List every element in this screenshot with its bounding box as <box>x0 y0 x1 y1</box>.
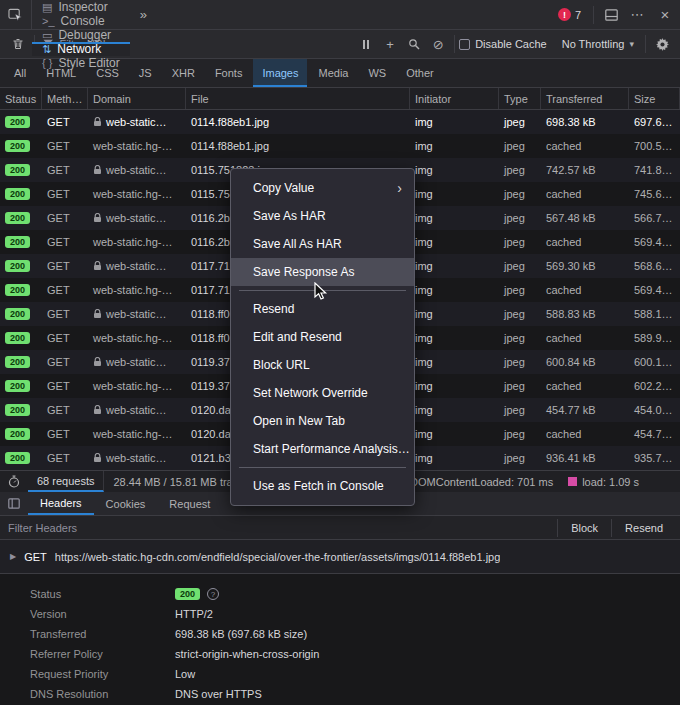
request-url-row[interactable]: ▶ GET https://web-static.hg-cdn.com/endf… <box>0 540 680 574</box>
request-filter-tab[interactable]: WS <box>359 59 395 87</box>
menu-item[interactable]: Set Network Override › <box>231 379 414 407</box>
split-panel-icon <box>605 9 618 21</box>
column-header-label: Status <box>5 93 36 105</box>
header-field-label: Request Priority <box>30 668 175 680</box>
request-filter-tab[interactable]: CSS <box>87 59 128 87</box>
column-header[interactable]: Initiator <box>410 88 499 109</box>
request-filter-tab[interactable]: Media <box>309 59 357 87</box>
domain-cell: web-static.hg-… <box>88 182 186 206</box>
request-filter-tab[interactable]: Fonts <box>206 59 252 87</box>
detail-tab[interactable]: Headers <box>28 492 94 515</box>
requests-count[interactable]: 68 requests <box>28 471 104 492</box>
add-request-button[interactable]: + <box>378 32 402 56</box>
column-header[interactable]: File <box>186 88 410 109</box>
toolbox-tab[interactable]: ▭ Debugger <box>32 28 130 42</box>
domain-cell: web-static… <box>88 350 186 374</box>
panel-toggle-button[interactable] <box>0 492 28 515</box>
pause-recording-button[interactable] <box>354 32 378 56</box>
menu-item-label: Save Response As <box>253 265 354 279</box>
menu-item[interactable]: Resend › <box>231 295 414 323</box>
menu-item[interactable]: Copy Value › <box>231 174 414 202</box>
menu-item[interactable]: Use as Fetch in Console › <box>231 472 414 500</box>
load-time: load: 1.09 s <box>577 471 648 492</box>
load-marker-swatch <box>568 477 577 486</box>
resend-button[interactable]: Resend <box>616 516 672 539</box>
toolbox-tab[interactable]: ▤ Inspector <box>32 0 130 14</box>
column-header[interactable]: Type <box>499 88 541 109</box>
initiator-cell: img <box>410 446 499 470</box>
table-row[interactable]: 200 GET web-static.hg-… 0114.f88eb1.jpg … <box>0 134 680 158</box>
transferred-cell: 698.38 kB <box>541 110 629 134</box>
performance-analysis-button[interactable] <box>0 471 28 492</box>
panel-toggle-icon <box>8 498 20 509</box>
expander-icon[interactable]: ▶ <box>10 552 16 561</box>
column-header[interactable]: Status <box>0 88 42 109</box>
detail-tab[interactable]: Request <box>157 492 222 515</box>
column-header[interactable]: Domain <box>88 88 186 109</box>
size-cell: 588.1… <box>629 302 680 326</box>
menu-item[interactable]: Save All As HAR › <box>231 230 414 258</box>
error-count-button[interactable]: ! 7 <box>550 8 589 21</box>
status-badge: 200 <box>5 356 30 369</box>
clear-requests-button[interactable] <box>6 32 30 56</box>
method-cell: GET <box>42 110 88 134</box>
disable-cache-label[interactable]: Disable Cache <box>475 38 547 50</box>
menu-item[interactable]: › <box>239 467 406 468</box>
help-icon[interactable]: ? <box>207 588 219 600</box>
split-console-button[interactable] <box>598 0 624 30</box>
type-cell: jpeg <box>499 302 541 326</box>
menu-item-label: Resend <box>253 302 294 316</box>
table-row[interactable]: 200 GET web-static… 0114.f88eb1.jpg img … <box>0 110 680 134</box>
transferred-cell: cached <box>541 230 629 254</box>
request-filter-label: All <box>14 67 26 79</box>
close-icon: × <box>661 6 670 23</box>
headers-detail-list: Status 200 200 ? Version HTTP/2 HTTP/2 ?… <box>0 574 680 704</box>
throttling-select[interactable]: No Throttling ▾ <box>555 35 641 53</box>
meatball-menu-button[interactable]: ⋯ <box>624 0 650 30</box>
lock-icon <box>93 405 102 415</box>
domain-label: web-static… <box>106 404 167 416</box>
method-cell: GET <box>42 278 88 302</box>
filter-headers-input[interactable] <box>8 522 553 534</box>
size-cell: 568.6… <box>629 254 680 278</box>
request-filter-label: Images <box>262 67 298 79</box>
status-badge: 200 <box>5 188 30 201</box>
toolbox-tab[interactable]: >_ Console <box>32 14 130 28</box>
blocking-button[interactable]: ⊘ <box>426 32 450 56</box>
search-button[interactable] <box>402 32 426 56</box>
initiator-cell: img <box>410 230 499 254</box>
menu-item[interactable]: Open in New Tab › <box>231 407 414 435</box>
initiator-cell: img <box>410 182 499 206</box>
toolbox-tab[interactable]: ⇅ Network <box>32 42 130 56</box>
domain-label: web-static.hg-… <box>93 188 172 200</box>
request-filter-tabs: All HTML CSS JS XHR Fonts Images <box>0 59 680 88</box>
column-header[interactable]: Transferred <box>541 88 629 109</box>
request-filter-tab[interactable]: XHR <box>163 59 204 87</box>
request-filter-tab[interactable]: Other <box>397 59 443 87</box>
menu-item[interactable]: Edit and Resend › <box>231 323 414 351</box>
menu-item[interactable]: Save As HAR › <box>231 202 414 230</box>
menu-item[interactable]: Start Performance Analysis… › <box>231 435 414 463</box>
initiator-cell: img <box>410 374 499 398</box>
disable-cache-checkbox[interactable] <box>459 39 470 50</box>
request-filter-tab[interactable]: HTML <box>37 59 85 87</box>
request-filter-tab[interactable]: JS <box>130 59 161 87</box>
request-filter-tab[interactable]: All <box>5 59 35 87</box>
more-tools-button[interactable]: » <box>130 0 157 29</box>
close-devtools-button[interactable]: × <box>650 0 680 30</box>
status-badge: 200 <box>5 260 30 273</box>
lock-icon <box>93 453 102 463</box>
request-filter-tab[interactable]: Images <box>253 59 307 87</box>
detail-tab[interactable]: Cookies <box>94 492 158 515</box>
column-header[interactable]: Size <box>629 88 680 109</box>
menu-item[interactable]: Block URL › <box>231 351 414 379</box>
menu-item[interactable]: Save Response As › <box>231 258 414 286</box>
size-cell: 745.6… <box>629 182 680 206</box>
menu-item[interactable]: › <box>239 290 406 291</box>
block-button[interactable]: Block <box>562 516 607 539</box>
menu-item-label: Open in New Tab <box>253 414 345 428</box>
type-cell: jpeg <box>499 206 541 230</box>
settings-button[interactable] <box>650 32 674 56</box>
element-picker-button[interactable] <box>0 0 32 29</box>
column-header[interactable]: Meth… <box>42 88 88 109</box>
